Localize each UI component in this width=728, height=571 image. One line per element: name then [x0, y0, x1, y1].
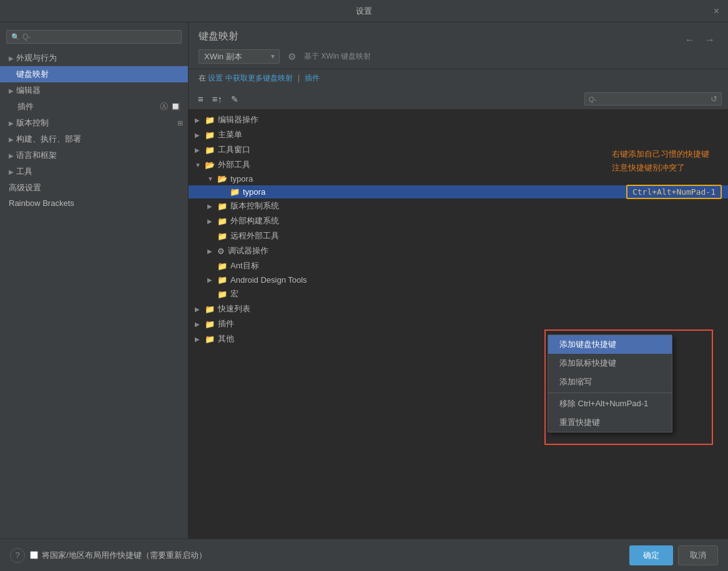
- sidebar-item-lang[interactable]: ▶ 语言和框架: [0, 147, 188, 163]
- vcs-icon: ⊞: [177, 119, 183, 127]
- tree-item-external-tools[interactable]: ▼ 📂 外部工具: [189, 157, 728, 172]
- arrow-icon: ▶: [9, 55, 14, 62]
- tree-item-tool-window[interactable]: ▶ 📁 工具窗口: [189, 142, 728, 157]
- tree-item-macro[interactable]: ▶ 📁 宏: [189, 286, 728, 301]
- toolbar-row: ≡ ≡↑ ✎ Q- ↺: [189, 89, 728, 110]
- edit-button[interactable]: ✎: [228, 93, 242, 105]
- sidebar-item-vcs[interactable]: ▶ 版本控制 ⊞: [0, 115, 188, 131]
- tree-item-ext-build[interactable]: ▶ 📁 外部构建系统: [189, 213, 728, 228]
- folder-icon: 📁: [217, 202, 227, 211]
- locale-checkbox[interactable]: [30, 551, 38, 559]
- folder-icon: ⚙: [217, 246, 225, 256]
- expand-icon: ▼: [195, 162, 202, 168]
- panel-header: 键盘映射 ← → XWin 副本 ▼ ⚙ 基于 XWin 键盘映射: [189, 22, 728, 69]
- sidebar-item-label: 语言和框架: [16, 150, 57, 161]
- context-menu-item-add-abbrev[interactable]: 添加缩写: [548, 373, 672, 391]
- collapse-all-button[interactable]: ≡↑: [209, 92, 225, 105]
- link-prefix: 在: [199, 74, 208, 82]
- sidebar-search-icon: 🔍: [11, 33, 20, 41]
- help-button[interactable]: ?: [10, 548, 25, 563]
- bottom-buttons: 确定 取消: [629, 545, 718, 565]
- arrow-icon: ▶: [9, 87, 14, 94]
- folder-icon: 📁: [205, 115, 215, 125]
- sidebar-search-input[interactable]: [22, 32, 177, 41]
- tree-item-label: 外部工具: [218, 159, 250, 170]
- tree-item-label: 编辑器操作: [218, 114, 258, 125]
- sidebar-item-label: 高级设置: [9, 182, 41, 193]
- folder-icon: 📁: [205, 130, 215, 140]
- tree-item-debugger[interactable]: ▶ ⚙ 调试器操作: [189, 243, 728, 258]
- right-panel: 键盘映射 ← → XWin 副本 ▼ ⚙ 基于 XWin 键盘映射 在 设置: [189, 22, 728, 539]
- tree-item-ant[interactable]: ▶ 📁 Ant目标: [189, 258, 728, 273]
- context-menu-item-add-keyboard[interactable]: 添加键盘快捷键: [548, 335, 672, 354]
- keymap-gear-button[interactable]: ⚙: [285, 50, 299, 64]
- tree-item-label: 插件: [218, 318, 234, 329]
- expand-all-button[interactable]: ≡: [195, 92, 207, 105]
- sidebar-item-appearance[interactable]: ▶ 外观与行为: [0, 50, 188, 66]
- tree-item-label: 远程外部工具: [230, 230, 279, 242]
- expand-icon: ▼: [207, 175, 215, 182]
- sidebar-item-tools[interactable]: ▶ 工具: [0, 163, 188, 180]
- arrow-icon: ▶: [9, 136, 14, 143]
- arrow-icon: ▶: [9, 168, 14, 175]
- tree-item-plugins2[interactable]: ▶ 📁 插件: [189, 316, 728, 331]
- sidebar-item-label: 构建、执行、部署: [16, 134, 81, 145]
- title-bar: 设置 ×: [0, 0, 728, 22]
- tree-item-android[interactable]: ▶ 📁 Android Design Tools: [189, 273, 728, 286]
- main-layout: 🔍 ▶ 外观与行为 ▶ 键盘映射 ▶ 编辑器 插件 Ⓐ 🔲 ▶ 版本控制 ⊞ ▶…: [0, 22, 728, 539]
- link-plugins[interactable]: 插件: [305, 74, 320, 82]
- context-menu-item-reset[interactable]: 重置快捷键: [548, 413, 672, 432]
- tree-item-editor-actions[interactable]: ▶ 📁 编辑器操作: [189, 112, 728, 127]
- sidebar-item-advanced[interactable]: 高级设置: [0, 180, 188, 196]
- tree-search-input[interactable]: [598, 95, 708, 104]
- expand-icon: ▶: [195, 321, 202, 328]
- sidebar-item-editor[interactable]: ▶ 编辑器: [0, 82, 188, 99]
- folder-icon: 📁: [230, 187, 240, 197]
- tree-item-label: typora: [243, 187, 265, 197]
- link-settings[interactable]: 设置: [208, 74, 223, 82]
- expand-icon: ▶: [207, 248, 215, 255]
- tree-item-remote-ext[interactable]: ▶ 📁 远程外部工具: [189, 228, 728, 243]
- arrow-icon: ▶: [9, 120, 14, 127]
- tree-item-label: typora: [230, 174, 253, 183]
- context-menu-item-remove[interactable]: 移除 Ctrl+Alt+NumPad-1: [548, 394, 672, 413]
- sidebar-item-build[interactable]: ▶ 构建、执行、部署: [0, 131, 188, 147]
- tree-item-main-menu[interactable]: ▶ 📁 主菜单: [189, 127, 728, 142]
- tree-item-typora-parent[interactable]: ▼ 📂 typora: [189, 172, 728, 185]
- sidebar-search-box[interactable]: 🔍: [6, 30, 182, 44]
- link-more[interactable]: 中获取更多键盘映射: [225, 74, 293, 82]
- arrow-icon: ▶: [9, 152, 14, 159]
- expand-icon: ▶: [195, 306, 202, 313]
- sidebar: 🔍 ▶ 外观与行为 ▶ 键盘映射 ▶ 编辑器 插件 Ⓐ 🔲 ▶ 版本控制 ⊞ ▶…: [0, 22, 189, 539]
- tree-area: ▶ 📁 编辑器操作 ▶ 📁 主菜单 ▶ 📁 工具窗口 ▼ 📂 外部工具 ▼: [189, 110, 728, 539]
- sidebar-item-keymap[interactable]: ▶ 键盘映射: [0, 66, 188, 82]
- cancel-button[interactable]: 取消: [678, 545, 718, 565]
- close-button[interactable]: ×: [714, 6, 719, 17]
- search-refresh-button[interactable]: ↺: [711, 94, 717, 104]
- tree-search-box[interactable]: Q- ↺: [584, 92, 722, 105]
- folder-open-icon: 📂: [217, 174, 227, 183]
- tree-item-vcs-system[interactable]: ▶ 📁 版本控制系统: [189, 198, 728, 213]
- sidebar-item-label: 编辑器: [16, 85, 41, 96]
- tree-search-icon: Q-: [589, 95, 596, 103]
- keymap-selector-row: XWin 副本 ▼ ⚙ 基于 XWin 键盘映射: [199, 49, 718, 64]
- tree-item-label: 工具窗口: [218, 144, 250, 155]
- context-menu-item-add-mouse[interactable]: 添加鼠标快捷键: [548, 354, 672, 373]
- context-menu-item-label: 添加鼠标快捷键: [559, 358, 616, 368]
- sidebar-item-label: 插件: [17, 101, 34, 112]
- nav-forward-button[interactable]: →: [702, 33, 718, 47]
- sidebar-item-label: 键盘映射: [16, 69, 49, 80]
- folder-icon: 📁: [217, 261, 227, 271]
- folder-icon: 📁: [217, 217, 227, 226]
- keymap-select[interactable]: XWin 副本: [199, 49, 280, 64]
- sidebar-item-rainbow[interactable]: Rainbow Brackets: [0, 196, 188, 210]
- tree-item-label: 快速列表: [218, 303, 250, 315]
- expand-icon: ▶: [207, 203, 215, 210]
- nav-back-button[interactable]: ←: [682, 33, 698, 47]
- tree-item-quicklist[interactable]: ▶ 📁 快速列表: [189, 301, 728, 316]
- sidebar-item-plugins[interactable]: 插件 Ⓐ 🔲: [0, 99, 188, 115]
- ok-button[interactable]: 确定: [629, 545, 673, 565]
- folder-icon: 📁: [217, 232, 227, 241]
- tree-item-label: 主菜单: [218, 129, 242, 140]
- tree-item-typora-child[interactable]: ▶ 📁 typora Ctrl+Alt+NumPad-1: [189, 185, 728, 198]
